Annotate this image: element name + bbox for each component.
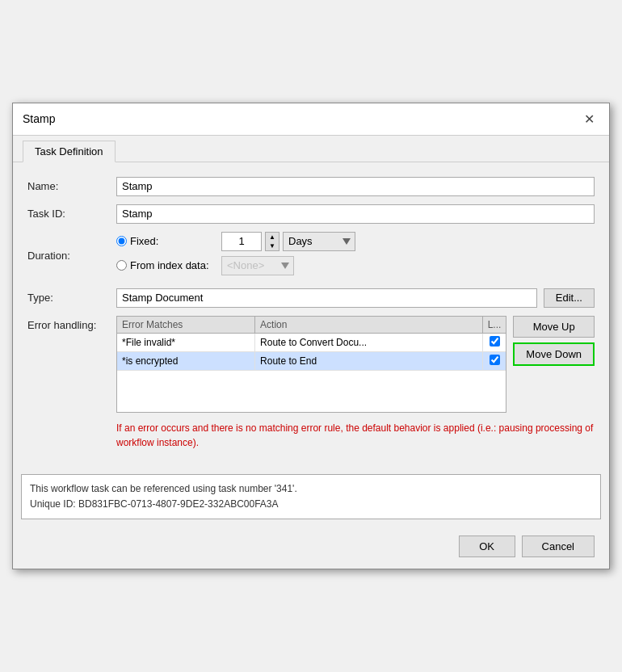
name-label: Name:: [27, 180, 116, 192]
error-table: Error Matches Action L... *File invalid*…: [117, 317, 506, 371]
spinner-group: ▲ ▼ Days: [221, 232, 355, 251]
error-table-container: Error Matches Action L... *File invalid*…: [116, 316, 506, 413]
move-up-button[interactable]: Move Up: [513, 316, 595, 338]
type-label: Type:: [27, 292, 116, 304]
task-id-label: Task ID:: [27, 208, 116, 220]
col-log: L...: [482, 317, 506, 334]
error-content: Error Matches Action L... *File invalid*…: [116, 316, 595, 413]
error-info-text: If an error occurs and there is no match…: [116, 421, 595, 450]
edit-button[interactable]: Edit...: [544, 288, 595, 308]
name-row: Name:: [27, 177, 595, 196]
dialog-body: Name: Task ID: Duration: Fixed:: [13, 162, 609, 466]
tab-task-definition[interactable]: Task Definition: [23, 141, 116, 162]
spinner-up-button[interactable]: ▲: [266, 233, 279, 242]
spinner-down-button[interactable]: ▼: [266, 242, 279, 250]
type-input[interactable]: [116, 288, 537, 308]
stamp-dialog: Stamp ✕ Task Definition Name: Task ID: D…: [12, 103, 610, 569]
type-row: Type: Edit...: [27, 288, 595, 308]
error-move-buttons: Move Up Move Down: [513, 316, 595, 413]
duration-row: Duration: Fixed: ▲ ▼ Da: [27, 232, 595, 280]
table-row[interactable]: *File invalid* Route to Convert Docu...: [117, 333, 506, 351]
duration-options: Fixed: ▲ ▼ Days: [116, 232, 595, 280]
task-id-row: Task ID:: [27, 204, 595, 224]
fixed-radio[interactable]: [116, 236, 127, 246]
fixed-radio-label[interactable]: Fixed:: [116, 235, 221, 247]
dialog-footer: OK Cancel: [13, 529, 609, 569]
action-cell: Route to Convert Docu...: [255, 333, 483, 351]
cancel-button[interactable]: Cancel: [522, 536, 595, 557]
from-index-radio[interactable]: [116, 260, 127, 271]
error-handling-row: Error handling: Error Matches Action L..…: [27, 316, 595, 413]
table-row[interactable]: *is encrypted Route to End: [117, 351, 506, 370]
col-error-matches: Error Matches: [117, 317, 255, 334]
ok-button[interactable]: OK: [459, 536, 515, 557]
bottom-info-line1: This workflow task can be referenced usi…: [30, 481, 592, 497]
move-down-button[interactable]: Move Down: [513, 342, 595, 366]
name-input[interactable]: [116, 177, 595, 196]
duration-value-input[interactable]: [221, 232, 262, 251]
error-match-cell: *File invalid*: [117, 333, 255, 351]
duration-label: Duration:: [27, 250, 116, 262]
from-index-radio-label[interactable]: From index data:: [116, 259, 221, 271]
dialog-title: Stamp: [23, 112, 55, 125]
spinner-buttons: ▲ ▼: [265, 232, 279, 251]
log-checkbox[interactable]: [490, 355, 500, 365]
error-match-cell: *is encrypted: [117, 351, 255, 370]
tab-bar: Task Definition: [13, 136, 609, 162]
error-handling-label: Error handling:: [27, 316, 116, 331]
days-select[interactable]: Days: [283, 232, 355, 251]
from-index-duration-line: From index data: <None>: [116, 256, 595, 275]
action-cell: Route to End: [255, 351, 483, 370]
bottom-info-box: This workflow task can be referenced usi…: [21, 474, 601, 519]
bottom-info-line2: Unique ID: BD831FBC-0713-4807-9DE2-332AB…: [30, 497, 592, 512]
close-button[interactable]: ✕: [579, 110, 599, 128]
task-id-input[interactable]: [116, 204, 595, 224]
from-index-select[interactable]: <None>: [221, 256, 294, 275]
log-cell[interactable]: [482, 333, 506, 351]
log-cell[interactable]: [482, 351, 506, 370]
title-bar: Stamp ✕: [13, 103, 609, 136]
col-action: Action: [255, 317, 483, 334]
error-table-header: Error Matches Action L...: [117, 317, 506, 334]
log-checkbox[interactable]: [490, 336, 500, 346]
fixed-duration-line: Fixed: ▲ ▼ Days: [116, 232, 595, 251]
